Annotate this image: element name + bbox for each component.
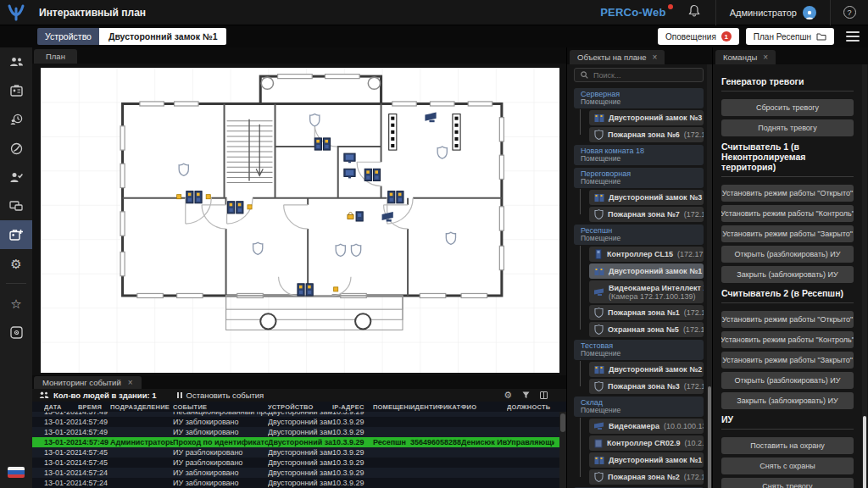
badge-plus-icon bbox=[9, 229, 24, 241]
brand-dot bbox=[668, 4, 673, 9]
table-row[interactable]: 13-01-202514:57:24ИУ заблокированоДвусто… bbox=[32, 478, 559, 488]
tree-item-zone[interactable]: Пожарная зона №6 (172.17.1.148) bbox=[589, 127, 704, 142]
floor-plan-canvas[interactable] bbox=[41, 68, 559, 373]
events-toolbar: Кол-во людей в здании: 1 Остановить собы… bbox=[32, 389, 566, 402]
tree-item-zone[interactable]: Пожарная зона №7 (172.17.1.148) bbox=[589, 207, 704, 222]
table-settings-icon[interactable]: ⚙ bbox=[504, 390, 512, 401]
sidebar-item-time-attendance[interactable] bbox=[0, 105, 32, 134]
events-tabbar: Мониторинг событий × bbox=[32, 375, 566, 389]
tree-item-zone[interactable]: Пожарная зона №3 (172.17.1.148) bbox=[589, 379, 704, 394]
plan-region: План bbox=[32, 47, 566, 375]
lock-icon bbox=[594, 193, 604, 202]
tab-objects-on-plan[interactable]: Объекты на плане × bbox=[570, 50, 665, 64]
sidebar-item-users[interactable] bbox=[0, 47, 32, 76]
section-title: Генератор тревоги bbox=[721, 76, 854, 86]
events-scrollbar[interactable] bbox=[559, 412, 566, 488]
reader1-lock-button[interactable]: Закрыть (заблокировать) ИУ bbox=[721, 266, 854, 283]
user-menu[interactable]: Администратор bbox=[716, 6, 830, 19]
tree-item-controller[interactable]: Контроллер CR02.9 (10.2.128.68) bbox=[589, 435, 704, 451]
sidebar-item-verification[interactable] bbox=[0, 134, 32, 163]
camera-icon bbox=[594, 288, 604, 297]
commands-scrollbar[interactable] bbox=[862, 64, 867, 488]
section-title: Считыватель 1 (в Неконтролируемая террит… bbox=[721, 141, 854, 172]
reader2-mode-open-button[interactable]: Установить режим работы "Открыто" bbox=[721, 311, 854, 328]
shield-icon bbox=[594, 381, 604, 391]
room-group-header[interactable]: Тестовая Помещение bbox=[574, 340, 704, 360]
room-group-header[interactable]: Склад Помещение bbox=[574, 396, 704, 417]
events-table-header: ДАТАВРЕМЯ ПОДРАЗДЕЛЕНИЕСОБЫТИЕ УСТРОЙСТВ… bbox=[32, 402, 566, 412]
divider bbox=[721, 176, 854, 177]
menu-icon[interactable] bbox=[846, 31, 860, 42]
tab-event-monitoring[interactable]: Мониторинг событий × bbox=[34, 376, 142, 389]
help-button[interactable]: ? bbox=[831, 6, 868, 19]
close-icon[interactable]: × bbox=[128, 378, 133, 387]
brand-logo: PERCo-Web bbox=[600, 6, 672, 19]
table-row-access-granted[interactable]: 13-01-202514:57:49Администраторы системП… bbox=[32, 437, 559, 447]
tab-commands[interactable]: Команды × bbox=[715, 50, 776, 64]
alerts-button[interactable]: Оповещения 1 bbox=[658, 28, 739, 45]
tree-item-camera[interactable]: Видеокамера (10.0.100.132) bbox=[589, 419, 704, 434]
people-count: Кол-во людей в здании: 1 bbox=[39, 391, 157, 400]
table-row[interactable]: 13-01-202514:57:49ИУ заблокированоДвусто… bbox=[32, 417, 559, 427]
stop-events-button[interactable]: Остановить события bbox=[177, 391, 264, 400]
raise-alarm-button[interactable]: Поднять тревогу bbox=[721, 119, 854, 136]
reader1-mode-control-button[interactable]: Установить режим работы "Контроль" bbox=[721, 205, 854, 222]
alerts-badge: 1 bbox=[721, 31, 732, 42]
search-input[interactable] bbox=[593, 71, 697, 80]
sidebar-item-settings[interactable]: ⚙ bbox=[0, 249, 32, 278]
reader1-mode-closed-button[interactable]: Установить режим работы "Закрыто" bbox=[721, 225, 854, 242]
tree-item-zone[interactable]: Охранная зона №5 (172.17.1.148) bbox=[589, 322, 704, 337]
table-row[interactable]: 13-01-202514:57:24ИУ заблокированоДвусто… bbox=[32, 468, 559, 478]
room-group-header[interactable]: Серверная Помещение bbox=[574, 88, 704, 108]
help-icon: ? bbox=[843, 6, 856, 19]
room-group-header[interactable]: Новая комната 18 Помещение bbox=[574, 145, 704, 165]
sidebar-item-monitoring[interactable] bbox=[0, 220, 32, 249]
module-sidebar: ⚙ ☆ bbox=[0, 25, 32, 488]
arm-button[interactable]: Поставить на охрану bbox=[721, 437, 854, 454]
table-row[interactable]: 13-01-202514:57:45ИУ разблокированоДвуст… bbox=[32, 447, 559, 458]
tree-item-lock[interactable]: Двусторонний замок №1 (10.0.92.49) bbox=[589, 452, 704, 468]
close-icon[interactable]: × bbox=[763, 53, 768, 62]
tree-item-camera[interactable]: Видеокамера Интеллект X (Камера 172.17.1… bbox=[589, 280, 704, 303]
filter-icon[interactable] bbox=[522, 391, 530, 399]
object-search[interactable] bbox=[574, 68, 704, 82]
gear-icon: ⚙ bbox=[10, 258, 21, 270]
sidebar-item-video[interactable] bbox=[0, 191, 32, 220]
plan-select-button[interactable]: План Ресепшн bbox=[746, 28, 834, 45]
tree-item-lock-selected[interactable]: Двусторонний замок №1 (10.3.9.29) bbox=[589, 263, 704, 279]
language-flag-ru[interactable] bbox=[8, 467, 25, 478]
device-type-label: Устройство bbox=[37, 28, 99, 45]
columns-icon[interactable] bbox=[540, 391, 548, 399]
close-icon[interactable]: × bbox=[653, 53, 658, 62]
reader2-unlock-button[interactable]: Открыть (разблокировать) ИУ bbox=[721, 372, 854, 389]
tree-item-controller[interactable]: Контроллер CL15 (172.17.100.1) bbox=[589, 247, 704, 262]
sidebar-item-access-check[interactable] bbox=[0, 163, 32, 191]
tab-plan[interactable]: План bbox=[34, 49, 77, 64]
table-row[interactable]: 13-01-202514:57:49ИУ заблокированоДвусто… bbox=[32, 427, 559, 437]
shield-icon bbox=[594, 308, 604, 318]
tree-item-zone[interactable]: Пожарная зона №1 (172.17.1.148) bbox=[589, 305, 704, 320]
tree-item-lock[interactable]: Двусторонний замок №3 (10.3.9.29) bbox=[589, 190, 704, 205]
reset-alarm-button[interactable]: Сбросить тревогу bbox=[721, 99, 854, 116]
selected-device-tab[interactable]: Двусторонний замок №1 bbox=[99, 28, 227, 45]
tree-item-lock[interactable]: Двусторонний замок №3 (10.0.92.49) bbox=[589, 110, 704, 125]
top-header: Интерактивный план PERCo-Web Администрат… bbox=[0, 0, 868, 25]
room-group-header[interactable]: Ресепшн Помещение bbox=[574, 225, 704, 245]
tree-item-zone[interactable]: Пожарная зона №2 (172.17.1.148) bbox=[589, 469, 704, 485]
table-row[interactable]: 13-01-202514:57:45ИУ разблокированоДвуст… bbox=[32, 458, 559, 468]
sidebar-item-pass-office[interactable] bbox=[0, 76, 32, 105]
reader2-mode-closed-button[interactable]: Установить режим работы "Закрыто" bbox=[721, 352, 854, 369]
perco-logo-icon[interactable] bbox=[0, 0, 32, 25]
tree-item-lock[interactable]: Двусторонний замок №2 (10.0.92.49) bbox=[589, 362, 704, 377]
reader2-mode-control-button[interactable]: Установить режим работы "Контроль" bbox=[721, 331, 854, 348]
reader1-unlock-button[interactable]: Открыть (разблокировать) ИУ bbox=[721, 246, 854, 263]
clear-alarm-button[interactable]: Снять тревогу bbox=[721, 478, 854, 488]
reader1-mode-open-button[interactable]: Установить режим работы "Открыто" bbox=[721, 185, 854, 202]
notifications-bell-icon[interactable] bbox=[673, 4, 715, 20]
disarm-button[interactable]: Снять с охраны bbox=[721, 458, 854, 474]
reader2-lock-button[interactable]: Закрыть (заблокировать) ИУ bbox=[721, 392, 854, 409]
sidebar-item-apps[interactable] bbox=[0, 318, 32, 347]
avatar bbox=[803, 6, 816, 19]
sidebar-item-favorites[interactable]: ☆ bbox=[0, 289, 32, 318]
room-group-header[interactable]: Переговорная Помещение bbox=[574, 168, 704, 188]
